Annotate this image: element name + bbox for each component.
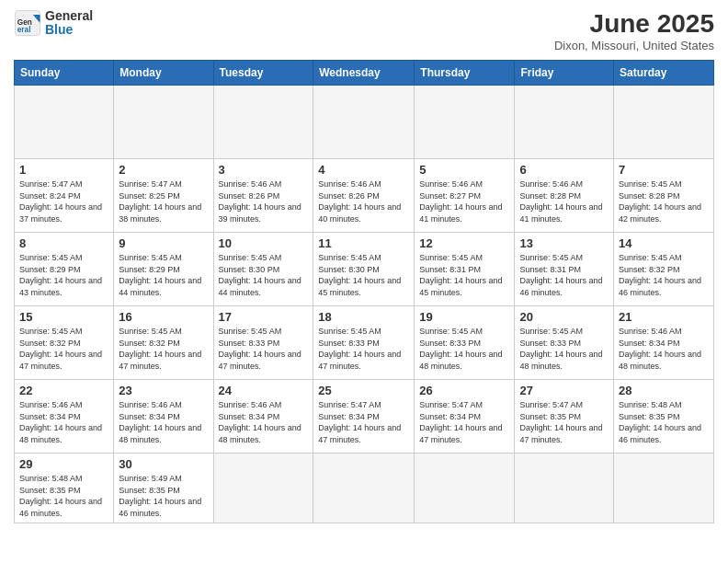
calendar-cell: 3 Sunrise: 5:46 AM Sunset: 8:26 PM Dayli…: [213, 159, 313, 233]
day-info: Sunrise: 5:45 AM Sunset: 8:32 PM Dayligh…: [119, 326, 208, 372]
calendar-cell: 7 Sunrise: 5:45 AM Sunset: 8:28 PM Dayli…: [614, 159, 714, 233]
col-wednesday: Wednesday: [313, 61, 415, 86]
calendar-cell: 6 Sunrise: 5:46 AM Sunset: 8:28 PM Dayli…: [515, 159, 614, 233]
location: Dixon, Missouri, United States: [554, 39, 714, 52]
day-number: 5: [419, 163, 509, 177]
calendar-cell: 14 Sunrise: 5:45 AM Sunset: 8:32 PM Dayl…: [614, 233, 714, 306]
calendar-cell: 20 Sunrise: 5:45 AM Sunset: 8:33 PM Dayl…: [515, 306, 614, 380]
calendar-cell: [114, 86, 213, 159]
day-info: Sunrise: 5:46 AM Sunset: 8:34 PM Dayligh…: [219, 399, 309, 445]
calendar-cell: 17 Sunrise: 5:45 AM Sunset: 8:33 PM Dayl…: [213, 306, 313, 380]
logo-blue-text: Blue: [45, 23, 93, 37]
calendar-cell: 29 Sunrise: 5:48 AM Sunset: 8:35 PM Dayl…: [15, 454, 114, 523]
day-number: 25: [318, 384, 409, 397]
day-info: Sunrise: 5:47 AM Sunset: 8:34 PM Dayligh…: [419, 399, 509, 445]
day-number: 17: [219, 310, 309, 324]
day-number: 11: [318, 236, 409, 250]
day-info: Sunrise: 5:48 AM Sunset: 8:35 PM Dayligh…: [19, 473, 108, 519]
day-info: Sunrise: 5:45 AM Sunset: 8:30 PM Dayligh…: [318, 252, 409, 298]
calendar-header-row: Sunday Monday Tuesday Wednesday Thursday…: [15, 61, 714, 86]
calendar-cell: 30 Sunrise: 5:49 AM Sunset: 8:35 PM Dayl…: [114, 454, 213, 523]
calendar-cell: [213, 86, 313, 159]
day-number: 6: [519, 163, 609, 177]
calendar-cell: 2 Sunrise: 5:47 AM Sunset: 8:25 PM Dayli…: [114, 159, 213, 233]
day-number: 2: [119, 163, 208, 177]
day-info: Sunrise: 5:45 AM Sunset: 8:31 PM Dayligh…: [519, 252, 609, 298]
calendar-cell: 15 Sunrise: 5:45 AM Sunset: 8:32 PM Dayl…: [15, 306, 114, 380]
calendar-cell: [415, 86, 515, 159]
day-number: 29: [19, 457, 108, 471]
day-info: Sunrise: 5:45 AM Sunset: 8:29 PM Dayligh…: [119, 252, 208, 298]
day-info: Sunrise: 5:45 AM Sunset: 8:29 PM Dayligh…: [19, 252, 108, 298]
day-info: Sunrise: 5:47 AM Sunset: 8:24 PM Dayligh…: [19, 178, 108, 224]
day-number: 14: [619, 236, 709, 250]
calendar-cell: [313, 86, 415, 159]
day-number: 3: [219, 163, 309, 177]
day-info: Sunrise: 5:46 AM Sunset: 8:34 PM Dayligh…: [119, 399, 208, 445]
calendar-cell: 21 Sunrise: 5:46 AM Sunset: 8:34 PM Dayl…: [614, 306, 714, 380]
day-info: Sunrise: 5:45 AM Sunset: 8:33 PM Dayligh…: [519, 326, 609, 372]
calendar-cell: 13 Sunrise: 5:45 AM Sunset: 8:31 PM Dayl…: [515, 233, 614, 306]
day-number: 15: [19, 310, 108, 324]
calendar-cell: 19 Sunrise: 5:45 AM Sunset: 8:33 PM Dayl…: [415, 306, 515, 380]
day-info: Sunrise: 5:45 AM Sunset: 8:28 PM Dayligh…: [619, 178, 709, 224]
calendar-cell: 10 Sunrise: 5:45 AM Sunset: 8:30 PM Dayl…: [213, 233, 313, 306]
logo-icon: Gen eral: [14, 9, 41, 37]
day-number: 22: [19, 384, 108, 397]
day-number: 12: [419, 236, 509, 250]
day-info: Sunrise: 5:46 AM Sunset: 8:34 PM Dayligh…: [619, 326, 709, 372]
day-info: Sunrise: 5:47 AM Sunset: 8:25 PM Dayligh…: [119, 178, 208, 224]
title-area: June 2025 Dixon, Missouri, United States: [554, 9, 714, 52]
day-number: 30: [119, 457, 208, 471]
day-info: Sunrise: 5:46 AM Sunset: 8:27 PM Dayligh…: [419, 178, 509, 224]
day-number: 7: [619, 163, 709, 177]
page-container: Gen eral General Blue June 2025 Dixon, M…: [0, 0, 728, 533]
calendar-cell: 28 Sunrise: 5:48 AM Sunset: 8:35 PM Dayl…: [614, 380, 714, 454]
calendar: Sunday Monday Tuesday Wednesday Thursday…: [14, 60, 714, 523]
day-info: Sunrise: 5:45 AM Sunset: 8:32 PM Dayligh…: [19, 326, 108, 372]
day-info: Sunrise: 5:48 AM Sunset: 8:35 PM Dayligh…: [619, 399, 709, 445]
logo-general-text: General: [45, 9, 93, 23]
calendar-cell: 9 Sunrise: 5:45 AM Sunset: 8:29 PM Dayli…: [114, 233, 213, 306]
svg-text:eral: eral: [17, 26, 31, 34]
calendar-cell: 25 Sunrise: 5:47 AM Sunset: 8:34 PM Dayl…: [313, 380, 415, 454]
day-number: 23: [119, 384, 208, 397]
col-sunday: Sunday: [15, 61, 114, 86]
day-number: 8: [19, 236, 108, 250]
day-info: Sunrise: 5:47 AM Sunset: 8:34 PM Dayligh…: [318, 399, 409, 445]
day-number: 28: [619, 384, 709, 397]
day-info: Sunrise: 5:46 AM Sunset: 8:34 PM Dayligh…: [19, 399, 108, 445]
day-number: 1: [19, 163, 108, 177]
calendar-cell: 16 Sunrise: 5:45 AM Sunset: 8:32 PM Dayl…: [114, 306, 213, 380]
month-title: June 2025: [554, 9, 714, 39]
calendar-cell: [515, 86, 614, 159]
calendar-cell: [614, 454, 714, 523]
day-info: Sunrise: 5:45 AM Sunset: 8:33 PM Dayligh…: [219, 326, 309, 372]
calendar-cell: 26 Sunrise: 5:47 AM Sunset: 8:34 PM Dayl…: [415, 380, 515, 454]
logo-text: General Blue: [45, 9, 93, 38]
calendar-cell: 8 Sunrise: 5:45 AM Sunset: 8:29 PM Dayli…: [15, 233, 114, 306]
day-number: 13: [519, 236, 609, 250]
calendar-cell: [515, 454, 614, 523]
day-info: Sunrise: 5:45 AM Sunset: 8:33 PM Dayligh…: [419, 326, 509, 372]
calendar-cell: 24 Sunrise: 5:46 AM Sunset: 8:34 PM Dayl…: [213, 380, 313, 454]
calendar-cell: 22 Sunrise: 5:46 AM Sunset: 8:34 PM Dayl…: [15, 380, 114, 454]
calendar-cell: [415, 454, 515, 523]
calendar-cell: 12 Sunrise: 5:45 AM Sunset: 8:31 PM Dayl…: [415, 233, 515, 306]
day-number: 16: [119, 310, 208, 324]
day-info: Sunrise: 5:49 AM Sunset: 8:35 PM Dayligh…: [119, 473, 208, 519]
day-info: Sunrise: 5:45 AM Sunset: 8:31 PM Dayligh…: [419, 252, 509, 298]
col-tuesday: Tuesday: [213, 61, 313, 86]
day-info: Sunrise: 5:46 AM Sunset: 8:26 PM Dayligh…: [318, 178, 409, 224]
day-number: 19: [419, 310, 509, 324]
day-number: 24: [219, 384, 309, 397]
day-number: 18: [318, 310, 409, 324]
day-number: 27: [519, 384, 609, 397]
calendar-cell: [15, 86, 114, 159]
calendar-cell: 23 Sunrise: 5:46 AM Sunset: 8:34 PM Dayl…: [114, 380, 213, 454]
calendar-cell: [614, 86, 714, 159]
calendar-cell: [213, 454, 313, 523]
day-number: 9: [119, 236, 208, 250]
col-thursday: Thursday: [415, 61, 515, 86]
col-saturday: Saturday: [614, 61, 714, 86]
